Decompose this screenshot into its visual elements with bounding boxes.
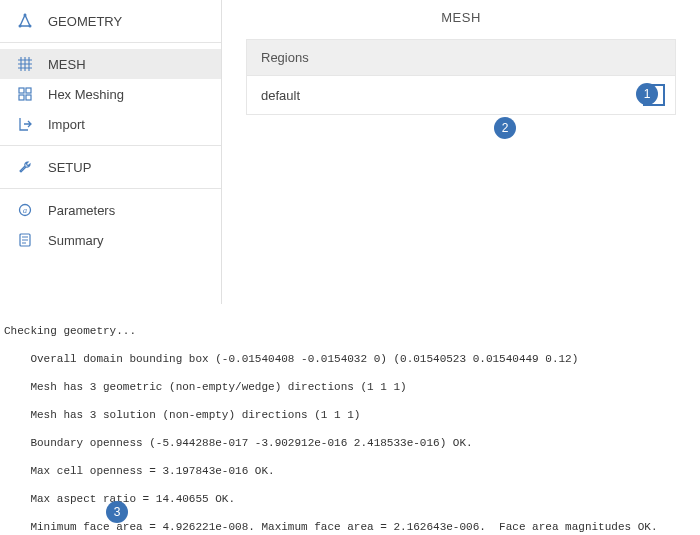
svg-point-1 [19, 25, 22, 28]
sidebar-item-parameters[interactable]: a Parameters [0, 195, 221, 225]
sidebar-item-label: Summary [48, 233, 104, 248]
regions-panel: Regions default [246, 39, 676, 115]
svg-rect-6 [19, 95, 24, 100]
sidebar-item-label: GEOMETRY [48, 14, 122, 29]
callout-3: 3 [106, 501, 128, 523]
svg-point-3 [29, 25, 32, 28]
main-panel: MESH Regions default Check Renu [222, 0, 700, 304]
sidebar-item-label: Hex Meshing [48, 87, 124, 102]
log-line: Minimum face area = 4.926221e-008. Maxim… [4, 520, 696, 534]
log-line: Mesh has 3 solution (non-empty) directio… [4, 408, 696, 422]
page-title: MESH [222, 0, 700, 39]
callout-1: 1 [636, 83, 658, 105]
log-line: Boundary openness (-5.944288e-017 -3.902… [4, 436, 696, 450]
mesh-icon [16, 55, 34, 73]
import-icon [16, 115, 34, 133]
svg-rect-4 [19, 88, 24, 93]
regions-header: Regions [247, 40, 675, 76]
divider [0, 42, 221, 43]
sidebar-item-setup[interactable]: SETUP [0, 152, 221, 182]
parameters-icon: a [16, 201, 34, 219]
summary-icon [16, 231, 34, 249]
sidebar-item-geometry[interactable]: GEOMETRY [0, 6, 221, 36]
log-line: Mesh has 3 geometric (non-empty/wedge) d… [4, 380, 696, 394]
sidebar-item-summary[interactable]: Summary [0, 225, 221, 255]
divider [0, 145, 221, 146]
region-row[interactable]: default [247, 76, 675, 114]
sidebar-item-label: SETUP [48, 160, 91, 175]
svg-rect-5 [26, 88, 31, 93]
region-name: default [261, 88, 300, 103]
sidebar-item-import[interactable]: Import [0, 109, 221, 139]
svg-text:a: a [23, 206, 27, 215]
hex-icon [16, 85, 34, 103]
log-line: Overall domain bounding box (-0.01540408… [4, 352, 696, 366]
callout-2: 2 [494, 117, 516, 139]
log-output: Checking geometry... Overall domain boun… [0, 304, 700, 535]
sidebar-item-hex-meshing[interactable]: Hex Meshing [0, 79, 221, 109]
sidebar-item-label: MESH [48, 57, 86, 72]
sidebar: GEOMETRY MESH Hex Meshing Import [0, 0, 222, 304]
svg-rect-7 [26, 95, 31, 100]
sidebar-item-label: Import [48, 117, 85, 132]
svg-point-2 [24, 14, 27, 17]
svg-marker-0 [20, 15, 30, 26]
divider [0, 188, 221, 189]
log-line: Max cell openness = 3.197843e-016 OK. [4, 464, 696, 478]
sidebar-item-mesh[interactable]: MESH [0, 49, 221, 79]
geometry-icon [16, 12, 34, 30]
wrench-icon [16, 158, 34, 176]
log-line: Checking geometry... [4, 324, 696, 338]
sidebar-item-label: Parameters [48, 203, 115, 218]
